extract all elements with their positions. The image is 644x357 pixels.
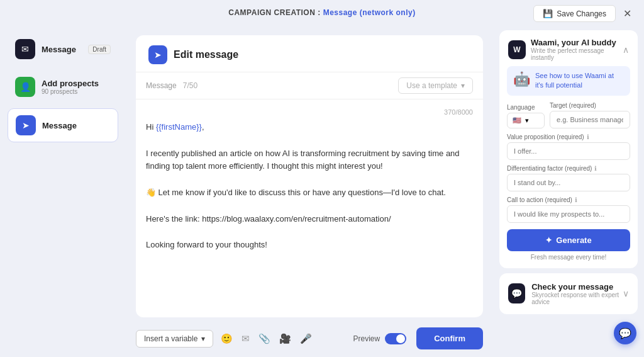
cta-input[interactable] <box>507 205 630 223</box>
cta-label: Call to action (required) ℹ <box>507 196 630 203</box>
check-chevron-icon: ∨ <box>623 288 629 298</box>
robot-icon: 🤖 <box>513 71 530 88</box>
footer-row: Insert a variable ▾ 🙂 ✉ 📎 🎥 🎤 Preview <box>136 322 483 357</box>
message-body[interactable]: 370/8000 Hi {{firstName}}, I recently pu… <box>136 99 483 317</box>
sidebar-item-message[interactable]: ➤ Message <box>8 108 118 142</box>
target-input[interactable] <box>550 111 630 128</box>
preview-toggle[interactable] <box>385 333 406 344</box>
message-text: Hi {{firstName}}, I recently published a… <box>146 121 473 252</box>
save-button[interactable]: 💾 Save Changes <box>533 5 616 22</box>
toggle-knob <box>396 334 405 343</box>
value-prop-label: Value proposition (required) ℹ <box>507 133 630 140</box>
confirm-button[interactable]: Confirm <box>416 327 483 349</box>
template-select[interactable]: Use a template ▾ <box>398 77 473 94</box>
language-select[interactable]: 🇺🇸 ▾ <box>507 113 545 128</box>
check-message-card[interactable]: 💬 Check your message Skyrocket response … <box>499 273 638 314</box>
flag-icon: 🇺🇸 <box>513 116 521 125</box>
diff-label: Differentiating factor (required) ℹ <box>507 165 630 172</box>
insert-variable-label: Insert a variable <box>144 334 197 343</box>
waami-avatar: W <box>508 40 526 59</box>
message-label: Message <box>146 81 177 90</box>
generate-sub: Fresh message every time! <box>499 251 638 268</box>
preview-row: Preview <box>353 333 406 344</box>
message-config-icon: ✉ <box>15 39 35 59</box>
waami-name: Waami, your AI buddy <box>531 38 623 47</box>
char-count: 370/8000 <box>146 108 473 116</box>
top-bar: CAMPAIGN CREATION : Message (network onl… <box>0 0 644 25</box>
ai-field-group: Language 🇺🇸 ▾ Target (required) <box>499 102 638 229</box>
ai-panel: W Waami, your AI buddy Write the perfect… <box>493 25 644 357</box>
promo-text: See how to use Waami at it's full potent… <box>535 71 624 91</box>
video-icon[interactable]: 🎥 <box>279 333 291 344</box>
email-icon[interactable]: ✉ <box>242 333 250 344</box>
attachment-icon[interactable]: 📎 <box>258 333 270 344</box>
edit-panel-header: ➤ Edit message <box>136 35 483 72</box>
chevron-down-small-icon: ▾ <box>201 334 205 343</box>
draft-badge: Draft <box>88 45 111 54</box>
insert-variable-button[interactable]: Insert a variable ▾ <box>136 330 213 348</box>
emoji-icon[interactable]: 🙂 <box>221 333 233 344</box>
sparkle-icon: ✦ <box>545 235 552 245</box>
edit-panel-icon: ➤ <box>148 45 167 64</box>
waami-sub: Write the perfect message instantly <box>531 47 623 61</box>
value-prop-input[interactable] <box>507 142 630 160</box>
edit-panel: ➤ Edit message Message 7/50 Use a templa… <box>136 35 483 317</box>
mic-icon[interactable]: 🎤 <box>300 333 312 344</box>
sidebar-item-add-prospects[interactable]: 👤 Add prospects 90 prospects <box>8 71 118 103</box>
preview-label: Preview <box>353 334 380 343</box>
edit-panel-title: Edit message <box>174 49 238 60</box>
check-message-sub: Skyrocket response with expert advice <box>531 292 623 305</box>
firstname-var: {{firstName}} <box>156 122 202 132</box>
waami-header: W Waami, your AI buddy Write the perfect… <box>499 30 638 66</box>
sidebar-item-message-title: Message <box>42 121 110 130</box>
check-message-icon: 💬 <box>508 283 525 303</box>
cta-field: Call to action (required) ℹ <box>507 196 630 223</box>
main-layout: ✉ Message Draft 👤 Add prospects 90 prosp… <box>0 25 644 357</box>
content-area: ➤ Edit message Message 7/50 Use a templa… <box>126 25 493 357</box>
icon-row: 🙂 ✉ 📎 🎥 🎤 <box>221 333 312 344</box>
diff-input[interactable] <box>507 174 630 191</box>
language-label: Language <box>507 104 545 111</box>
chat-bubble-icon: 💬 <box>619 327 631 339</box>
waami-promo[interactable]: 🤖 See how to use Waami at it's full pote… <box>507 66 630 96</box>
diff-field: Differentiating factor (required) ℹ <box>507 165 630 191</box>
campaign-highlight: Message (network only) <box>323 8 416 17</box>
add-prospects-icon: 👤 <box>15 77 35 97</box>
sidebar-item-add-prospects-sub: 90 prospects <box>42 88 111 95</box>
template-placeholder: Use a template <box>406 81 457 90</box>
save-icon: 💾 <box>543 9 553 18</box>
close-button[interactable]: ✕ <box>621 5 634 22</box>
waami-card: W Waami, your AI buddy Write the perfect… <box>499 30 638 268</box>
waami-collapse-icon[interactable]: ∧ <box>623 45 629 55</box>
chat-bubble-button[interactable]: 💬 <box>614 322 636 344</box>
diff-info-icon: ℹ <box>594 165 597 172</box>
lang-chevron-icon: ▾ <box>525 116 529 125</box>
sidebar-item-message-config[interactable]: ✉ Message Draft <box>8 33 118 65</box>
sidebar-item-message-config-title: Message <box>42 45 82 54</box>
save-label: Save Changes <box>557 9 606 18</box>
chevron-down-icon: ▾ <box>461 81 465 90</box>
cta-info-icon: ℹ <box>575 196 577 203</box>
value-prop-info-icon: ℹ <box>587 133 589 140</box>
sidebar-item-add-prospects-title: Add prospects <box>42 79 111 88</box>
target-label: Target (required) <box>550 102 630 109</box>
message-icon: ➤ <box>16 115 36 135</box>
message-toolbar: Message 7/50 Use a template ▾ <box>136 72 483 99</box>
campaign-label: CAMPAIGN CREATION : <box>228 8 320 17</box>
generate-button[interactable]: ✦ Generate <box>507 229 630 251</box>
value-prop-field: Value proposition (required) ℹ <box>507 133 630 160</box>
generate-label: Generate <box>556 235 591 245</box>
lang-target-row: Language 🇺🇸 ▾ Target (required) <box>507 102 630 128</box>
message-count: 7/50 <box>183 81 197 90</box>
check-message-title: Check your message <box>531 282 623 292</box>
sidebar: ✉ Message Draft 👤 Add prospects 90 prosp… <box>0 25 126 357</box>
